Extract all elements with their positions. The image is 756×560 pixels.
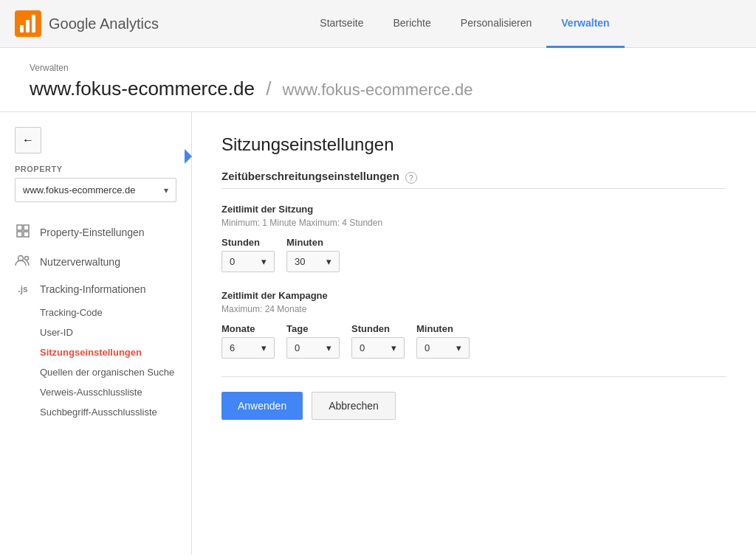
- right-content: Sitzungseinstellungen Zeitüberschreitung…: [192, 112, 756, 555]
- sidebar-item-tracking-label: Tracking-Informationen: [40, 283, 145, 295]
- timeout-section-title: Zeitüberschreitungseinstellungen: [221, 170, 399, 182]
- campaign-minuten-value: 0: [425, 342, 430, 353]
- back-button[interactable]: ←: [15, 127, 41, 153]
- session-limit-label: Zeitlimit der Sitzung: [221, 204, 726, 215]
- session-minutes-value: 30: [295, 256, 305, 267]
- campaign-minuten-select[interactable]: 0 ▾: [416, 337, 470, 359]
- page-title-primary: www.fokus-ecommerce.de: [30, 77, 255, 100]
- session-minutes-arrow: ▾: [326, 256, 331, 267]
- users-icon: [15, 255, 31, 269]
- logo-area: Google Analytics: [15, 10, 159, 37]
- session-limit-dropdowns: Stunden 0 ▾ Minuten 30 ▾: [221, 237, 726, 272]
- section-title: Sitzungseinstellungen: [221, 134, 726, 155]
- session-limit-hint: Minimum: 1 Minute Maximum: 4 Stunden: [221, 218, 726, 228]
- header: Google Analytics Startseite Berichte Per…: [0, 0, 756, 48]
- sub-item-tracking-code[interactable]: Tracking-Code: [40, 303, 191, 322]
- sidebar-item-nutzerverwaltung-label: Nutzerverwaltung: [40, 256, 120, 268]
- campaign-limit-hint: Maximum: 24 Monate: [221, 304, 726, 314]
- svg-rect-3: [32, 15, 35, 32]
- session-minutes-label: Minuten: [286, 237, 340, 248]
- nav-verwalten[interactable]: Verwalten: [546, 0, 624, 48]
- campaign-monate-select[interactable]: 6 ▾: [221, 337, 275, 359]
- logo-text: Google Analytics: [49, 15, 159, 32]
- svg-rect-5: [24, 225, 29, 230]
- help-icon-timeout[interactable]: ?: [405, 172, 417, 184]
- content-arrow: [185, 149, 192, 164]
- property-dropdown-arrow: ▾: [164, 185, 168, 196]
- nav-startseite[interactable]: Startseite: [305, 0, 378, 48]
- campaign-monate-value: 6: [230, 342, 235, 353]
- campaign-tage-value: 0: [295, 342, 300, 353]
- svg-rect-7: [24, 232, 29, 237]
- sub-item-quellen-organisch[interactable]: Quellen der organischen Suche: [40, 362, 191, 382]
- campaign-stunden-select[interactable]: 0 ▾: [351, 337, 405, 359]
- campaign-minuten-arrow: ▾: [456, 342, 461, 353]
- campaign-stunden-arrow: ▾: [391, 342, 396, 353]
- main-content: ← PROPERTY www.fokus-ecommerce.de ▾ Prop…: [0, 112, 756, 555]
- session-minutes-select[interactable]: 30 ▾: [286, 251, 340, 272]
- campaign-stunden-field: Stunden 0 ▾: [351, 323, 405, 359]
- session-hours-field: Stunden 0 ▾: [221, 237, 275, 272]
- page-title-separator: /: [266, 77, 271, 100]
- page-title: www.fokus-ecommerce.de / www.fokus-ecomm…: [30, 77, 726, 100]
- breadcrumb: Verwalten: [30, 63, 726, 73]
- nav-berichte[interactable]: Berichte: [378, 0, 445, 48]
- apply-button[interactable]: Anwenden: [221, 392, 303, 420]
- main-nav: Startseite Berichte Personalisieren Verw…: [188, 0, 741, 48]
- divider-timeout: [221, 188, 726, 189]
- sidebar-item-tracking-informationen[interactable]: .js Tracking-Informationen: [0, 276, 191, 303]
- button-row: Anwenden Abbrechen: [221, 392, 726, 420]
- sidebar-item-nutzerverwaltung[interactable]: Nutzerverwaltung: [0, 247, 191, 276]
- session-hours-select[interactable]: 0 ▾: [221, 251, 275, 272]
- campaign-stunden-label: Stunden: [351, 323, 405, 334]
- campaign-monate-label: Monate: [221, 323, 275, 334]
- page-title-secondary: www.fokus-ecommerce.de: [283, 80, 473, 99]
- svg-rect-2: [26, 20, 30, 32]
- cancel-button[interactable]: Abbrechen: [312, 392, 396, 420]
- sub-item-verweis-ausschlussliste[interactable]: Verweis-Ausschlussliste: [40, 382, 191, 402]
- section-divider-bottom: [221, 376, 726, 377]
- campaign-limit-dropdowns: Monate 6 ▾ Tage 0 ▾ Stunden 0 ▾: [221, 323, 726, 359]
- session-hours-value: 0: [230, 256, 235, 267]
- sidebar-item-property-einstellungen-label: Property-Einstellungen: [40, 227, 145, 238]
- sidebar-sub-items: Tracking-Code User-ID Sitzungseinstellun…: [0, 303, 191, 422]
- sidebar-item-property-einstellungen[interactable]: Property-Einstellungen: [0, 217, 191, 247]
- svg-rect-1: [20, 25, 24, 32]
- svg-rect-6: [17, 232, 22, 237]
- campaign-tage-arrow: ▾: [326, 342, 331, 353]
- ga-logo-icon: [15, 10, 41, 37]
- campaign-minuten-field: Minuten 0 ▾: [416, 323, 470, 359]
- property-value: www.fokus-ecommerce.de: [23, 184, 135, 196]
- campaign-monate-arrow: ▾: [261, 342, 267, 353]
- js-icon: .js: [15, 284, 31, 294]
- campaign-limit-label: Zeitlimit der Kampagne: [221, 290, 726, 301]
- svg-point-9: [25, 257, 29, 260]
- sidebar: ← PROPERTY www.fokus-ecommerce.de ▾ Prop…: [0, 112, 192, 555]
- session-hours-arrow: ▾: [261, 256, 267, 267]
- campaign-stunden-value: 0: [360, 342, 365, 353]
- sub-item-sitzungseinstellungen[interactable]: Sitzungseinstellungen: [40, 342, 191, 362]
- sub-item-suchbegriff-ausschlussliste[interactable]: Suchbegriff-Ausschlussliste: [40, 402, 191, 422]
- grid-icon: [15, 224, 31, 240]
- sub-item-user-id[interactable]: User-ID: [40, 322, 191, 342]
- property-dropdown[interactable]: www.fokus-ecommerce.de ▾: [15, 178, 176, 202]
- back-arrow-icon: ←: [22, 134, 34, 147]
- session-hours-label: Stunden: [221, 237, 275, 248]
- property-label: PROPERTY: [0, 165, 191, 173]
- campaign-tage-select[interactable]: 0 ▾: [286, 337, 340, 359]
- nav-personalisieren[interactable]: Personalisieren: [446, 0, 547, 48]
- campaign-monate-field: Monate 6 ▾: [221, 323, 275, 359]
- session-minutes-field: Minuten 30 ▾: [286, 237, 340, 272]
- page-title-area: Verwalten www.fokus-ecommerce.de / www.f…: [0, 48, 756, 112]
- campaign-tage-field: Tage 0 ▾: [286, 323, 340, 359]
- campaign-minuten-label: Minuten: [416, 323, 470, 334]
- svg-rect-4: [17, 225, 22, 230]
- campaign-tage-label: Tage: [286, 323, 340, 334]
